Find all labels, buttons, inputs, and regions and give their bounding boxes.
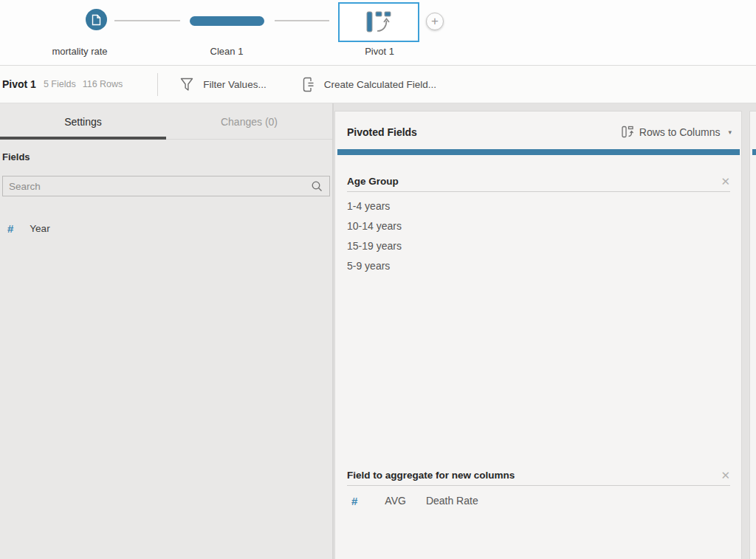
remove-aggregate-field-button[interactable]: ✕ <box>721 470 730 481</box>
aggregation-function[interactable]: AVG <box>385 495 406 507</box>
pivoted-fields-card: Pivoted Fields Rows to Columns ▾ <box>334 111 742 559</box>
step-toolbar: Pivot 1 5 Fields 116 Rows Filter Values.… <box>0 66 756 103</box>
pivot-mode-icon <box>622 126 633 138</box>
chevron-down-icon: ▾ <box>728 128 732 136</box>
document-icon <box>92 14 101 26</box>
drop-zone-accent-bar <box>337 149 740 155</box>
number-type-icon: # <box>7 222 13 235</box>
flow-node-pivot-selected[interactable] <box>338 2 419 42</box>
aggregate-section-title: Field to aggregate for new columns <box>347 470 515 481</box>
left-panel: Settings Changes (0) Fields # Y <box>0 103 334 559</box>
flow-connector <box>114 20 180 21</box>
number-type-icon: # <box>351 495 357 507</box>
tab-changes[interactable]: Changes (0) <box>166 103 332 140</box>
field-row-year[interactable]: # Year <box>2 220 330 236</box>
next-panel-edge <box>749 111 756 559</box>
aggregate-field-name[interactable]: Death Rate <box>426 495 478 507</box>
filter-values-label: Filter Values... <box>203 79 266 90</box>
pivoted-values-list: 1-4 years 10-14 years 15-19 years 5-9 ye… <box>347 192 730 275</box>
pivot-mode-label: Rows to Columns <box>639 126 721 138</box>
settings-canvas: Pivoted Fields Rows to Columns ▾ <box>334 103 756 559</box>
aggregate-field-row: # AVG Death Rate <box>347 486 730 508</box>
create-calculated-field-label: Create Calculated Field... <box>324 79 436 90</box>
pivoted-fields-title: Pivoted Fields <box>347 126 417 138</box>
flow-node-input[interactable] <box>86 9 107 30</box>
field-search-box <box>2 176 330 196</box>
pivoted-fields-header: Pivoted Fields Rows to Columns ▾ <box>335 112 741 138</box>
flow-node-label: Clean 1 <box>179 46 275 57</box>
flow-node-label: mortality rate <box>32 46 128 57</box>
pivoted-value: 1-4 years <box>347 196 730 216</box>
pivoted-value: 5-9 years <box>347 256 730 275</box>
add-step-button[interactable]: + <box>426 13 444 30</box>
profile-pane: Settings Changes (0) Fields # Y <box>0 103 756 559</box>
tab-settings[interactable]: Settings <box>0 103 166 140</box>
pivoted-value: 10-14 years <box>347 216 730 236</box>
fields-panel-title: Fields <box>2 151 330 162</box>
remove-pivoted-field-button[interactable]: ✕ <box>721 176 730 187</box>
toolbar-divider <box>157 73 158 96</box>
pivoted-field-name: Age Group <box>347 176 399 187</box>
funnel-icon <box>180 78 193 92</box>
rows-count: 116 Rows <box>83 79 123 89</box>
create-calculated-field-button[interactable]: Create Calculated Field... <box>303 77 436 92</box>
aggregate-field-section: Field to aggregate for new columns ✕ # A… <box>347 464 730 508</box>
flow-node-label: Pivot 1 <box>331 46 427 57</box>
drop-zone-accent-bar <box>752 149 756 155</box>
pivoted-value: 15-19 years <box>347 236 730 256</box>
fields-panel: Fields # Year <box>0 140 332 559</box>
aggregate-field-header: Field to aggregate for new columns ✕ <box>347 464 730 486</box>
calculated-field-icon <box>303 77 315 92</box>
pivot-mode-dropdown[interactable]: Rows to Columns ▾ <box>622 126 732 138</box>
pivoted-field-section: Age Group ✕ 1-4 years 10-14 years 15-19 … <box>347 171 730 275</box>
pivot-icon <box>366 11 391 33</box>
fields-count: 5 Fields <box>44 79 76 89</box>
flow-connector <box>275 20 329 21</box>
pivoted-field-header: Age Group ✕ <box>347 171 730 192</box>
filter-values-button[interactable]: Filter Values... <box>180 78 266 92</box>
flow-node-clean[interactable] <box>190 16 264 26</box>
flow-pane: + mortality rate Clean 1 Pivot 1 <box>0 0 756 66</box>
search-icon <box>311 180 323 192</box>
field-name: Year <box>30 223 49 234</box>
step-name: Pivot 1 <box>2 78 36 90</box>
field-search-input[interactable] <box>3 181 311 192</box>
tableau-prep-window: + mortality rate Clean 1 Pivot 1 Pivot 1… <box>0 0 756 559</box>
panel-tabs: Settings Changes (0) <box>0 103 332 140</box>
